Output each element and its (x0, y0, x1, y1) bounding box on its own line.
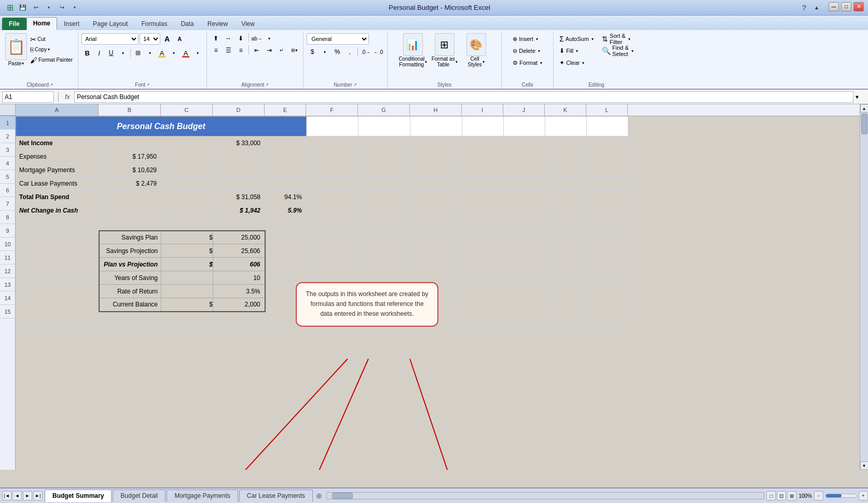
cell-l7[interactable] (587, 204, 628, 217)
cell-d7[interactable]: $ 1,942 (213, 204, 265, 217)
tab-data[interactable]: Data (174, 18, 200, 30)
text-direction-button[interactable]: ab→ (251, 33, 263, 44)
cell-f5[interactable] (307, 177, 359, 190)
col-header-i[interactable]: I (462, 104, 503, 116)
cell-b11[interactable]: Plan vs Projection (99, 258, 161, 271)
comma-button[interactable]: , (344, 46, 355, 58)
tab-page-layout[interactable]: Page Layout (86, 18, 134, 30)
cell-d8[interactable] (213, 217, 265, 231)
cell-l9[interactable] (587, 231, 628, 244)
cell-b10[interactable]: Savings Projection (99, 244, 161, 258)
page-break-view-button[interactable]: ⊞ (787, 491, 796, 500)
accounting-button[interactable]: $ (307, 46, 318, 58)
cell-g5[interactable] (359, 177, 410, 190)
cell-i13[interactable] (462, 285, 504, 298)
tab-file[interactable]: File (2, 18, 26, 30)
cell-j7[interactable] (504, 204, 545, 217)
cell-i12[interactable] (462, 271, 504, 285)
cell-b14[interactable]: Current Balance (99, 298, 161, 312)
cell-i9[interactable] (462, 231, 504, 244)
cell-a9[interactable] (16, 231, 99, 244)
cell-l13[interactable] (587, 285, 628, 298)
cell-c7[interactable] (161, 204, 213, 217)
fill-button[interactable]: ⬇ Fill ▾ (557, 45, 596, 57)
conditional-formatting-button[interactable]: 📊 ConditionalFormatting ▾ (398, 33, 427, 67)
last-sheet-button[interactable]: ►| (33, 491, 43, 500)
cell-g8[interactable] (359, 217, 410, 231)
align-left-button[interactable]: ≡ (210, 45, 222, 55)
cell-j4[interactable] (504, 163, 545, 177)
cell-i7[interactable] (462, 204, 504, 217)
insert-button[interactable]: ⊕ Insert ▾ (510, 33, 545, 45)
paste-button[interactable]: 📋 Paste▾ (5, 33, 27, 66)
row-num-10[interactable]: 10 (0, 237, 15, 251)
cell-g3[interactable] (359, 150, 410, 163)
cell-l8[interactable] (587, 217, 628, 231)
cell-g9[interactable] (359, 231, 410, 244)
row-num-6[interactable]: 6 (0, 184, 15, 197)
cell-j10[interactable] (504, 244, 545, 258)
find-select-button[interactable]: 🔍 Find &Select ▾ (599, 45, 636, 57)
cell-d6[interactable]: $ 31,058 (213, 190, 265, 204)
cell-a11[interactable] (16, 258, 99, 271)
cell-l1[interactable] (587, 117, 628, 136)
cell-i4[interactable] (462, 163, 504, 177)
cell-c13[interactable] (161, 285, 213, 298)
number-expand-icon[interactable]: ↗ (353, 82, 357, 87)
increase-indent-button[interactable]: ⇥ (264, 45, 275, 55)
cell-e8[interactable] (265, 217, 307, 231)
ribbon-collapse-button[interactable]: ▲ (811, 2, 822, 13)
cell-k6[interactable] (545, 190, 587, 204)
cell-d10[interactable]: 25,606 (213, 244, 265, 258)
cell-a1[interactable]: Personal Cash Budget (16, 117, 307, 136)
tab-view[interactable]: View (235, 18, 261, 30)
font-expand-icon[interactable]: ↗ (146, 82, 150, 87)
cell-l12[interactable] (587, 271, 628, 285)
fill-dropdown-button[interactable]: ▾ (168, 47, 180, 59)
cell-g4[interactable] (359, 163, 410, 177)
cell-j3[interactable] (504, 150, 545, 163)
scroll-down-button[interactable]: ▼ (860, 462, 869, 470)
cell-g11[interactable] (359, 258, 410, 271)
undo-dropdown-button[interactable]: ▾ (43, 2, 54, 13)
cell-f3[interactable] (307, 150, 359, 163)
zoom-slider[interactable] (825, 494, 857, 498)
cell-b12[interactable]: Years of Saving (99, 271, 161, 285)
cell-l3[interactable] (587, 150, 628, 163)
font-color-button[interactable]: A (180, 47, 191, 59)
cell-h7[interactable] (410, 204, 462, 217)
cell-i11[interactable] (462, 258, 504, 271)
zoom-out-button[interactable]: − (814, 491, 823, 500)
alignment-expand-icon[interactable]: ↗ (265, 82, 269, 87)
maximize-button[interactable]: □ (841, 2, 851, 11)
cell-l11[interactable] (587, 258, 628, 271)
autosum-button[interactable]: Σ AutoSum ▾ (557, 33, 596, 45)
cell-a8[interactable] (16, 217, 99, 231)
cell-k13[interactable] (545, 285, 587, 298)
cell-a14[interactable] (16, 298, 99, 312)
row-num-3[interactable]: 3 (0, 143, 15, 157)
cell-d5[interactable] (213, 177, 265, 190)
cell-h1[interactable] (410, 117, 462, 136)
merge-center-button[interactable]: ⊞▾ (288, 45, 300, 55)
cell-h5[interactable] (410, 177, 462, 190)
name-box[interactable]: A1 (2, 91, 54, 103)
horizontal-scroll-thumb[interactable] (332, 493, 353, 499)
cell-d9[interactable]: 25,000 (213, 231, 265, 244)
cell-b8[interactable] (99, 217, 161, 231)
cell-k11[interactable] (545, 258, 587, 271)
add-sheet-button[interactable]: ⊕ (314, 491, 324, 501)
cell-d14[interactable]: 2,000 (213, 298, 265, 312)
horizontal-scroll[interactable] (326, 492, 765, 499)
cell-c2[interactable] (161, 136, 213, 150)
vertical-scrollbar[interactable]: ▲ ▼ (860, 104, 868, 470)
cell-a2[interactable]: Net Income (16, 136, 99, 150)
customize-button[interactable]: ▾ (69, 2, 80, 13)
cell-b15[interactable] (99, 312, 161, 325)
formula-input[interactable]: Personal Cash Budget (74, 91, 853, 103)
row-num-8[interactable]: 8 (0, 211, 15, 224)
row-num-14[interactable]: 14 (0, 291, 15, 305)
cell-b13[interactable]: Rate of Return (99, 285, 161, 298)
col-header-j[interactable]: J (503, 104, 545, 116)
wrap-text-button[interactable]: ↵ (276, 45, 287, 55)
